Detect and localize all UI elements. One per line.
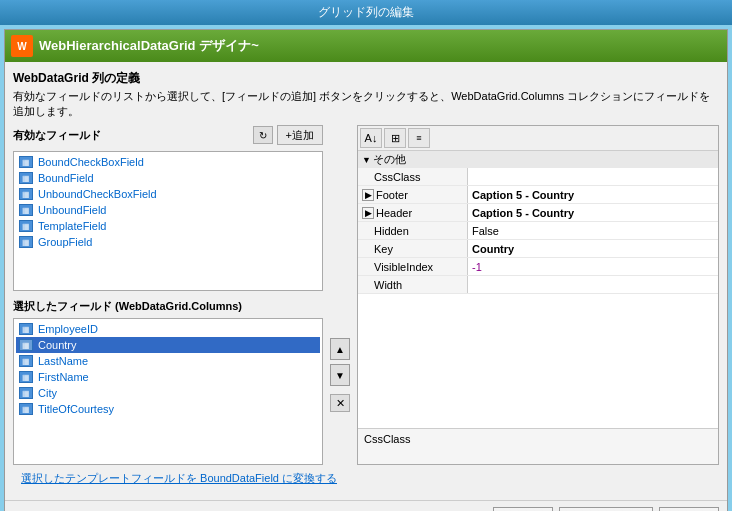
available-fields-header: 有効なフィールド ↻ +追加 — [13, 125, 323, 145]
categorize-button[interactable]: ⊞ — [384, 128, 406, 148]
field-icon: ▦ — [18, 219, 34, 233]
field-icon: ▦ — [18, 187, 34, 201]
field-item-name: GroupField — [38, 236, 92, 248]
prop-row: ▶Header Caption 5 - Country — [358, 204, 718, 222]
property-description: CssClass — [358, 428, 718, 464]
title-bar-label: グリッド列の編集 — [318, 5, 414, 19]
prop-row: ▶Footer Caption 5 - Country — [358, 186, 718, 204]
list-item[interactable]: ▦ UnboundField — [16, 202, 320, 218]
field-item-name: UnboundCheckBoxField — [38, 188, 157, 200]
delete-button[interactable]: ✕ — [330, 394, 350, 412]
available-fields-label: 有効なフィールド — [13, 128, 101, 143]
field-item-name: LastName — [38, 355, 88, 367]
list-item[interactable]: ▦ TemplateField — [16, 218, 320, 234]
title-bar: グリッド列の編集 — [0, 0, 732, 25]
prop-value-footer[interactable]: Caption 5 - Country — [468, 186, 718, 203]
alphabetical-button[interactable]: ≡ — [408, 128, 430, 148]
list-item[interactable]: ▦ BoundCheckBoxField — [16, 154, 320, 170]
field-icon: ▦ — [18, 235, 34, 249]
list-item[interactable]: ▦ Country — [16, 337, 320, 353]
content-area: WebDataGrid 列の定義 有効なフィールドのリストから選択して、[フィー… — [5, 62, 727, 500]
prop-name-key: Key — [358, 240, 468, 257]
move-up-button[interactable]: ▲ — [330, 338, 350, 360]
field-item-name: EmployeeID — [38, 323, 98, 335]
prop-value-key[interactable]: Country — [468, 240, 718, 257]
prop-row: Hidden False — [358, 222, 718, 240]
field-item-name: Country — [38, 339, 77, 351]
prop-value-hidden[interactable]: False — [468, 222, 718, 239]
move-down-button[interactable]: ▼ — [330, 364, 350, 386]
apply-button[interactable]: 適用 — [659, 507, 719, 511]
prop-name-visibleindex: VisibleIndex — [358, 258, 468, 275]
available-fields-controls: ↻ +追加 — [253, 125, 323, 145]
convert-link[interactable]: 選択したテンプレートフィールドを BoundDataField に変換する — [21, 472, 337, 484]
property-list: ▼ その他 CssClass ▶Footer Caption 5 - Count… — [358, 151, 718, 428]
prop-row: Key Country — [358, 240, 718, 258]
field-item-name: BoundCheckBoxField — [38, 156, 144, 168]
header-title: WebHierarchicalDataGrid デザイナ~ — [39, 37, 259, 55]
available-field-list[interactable]: ▦ BoundCheckBoxField ▦ BoundField ▦ Unbo… — [13, 151, 323, 291]
arrows-panel: ▲ ▼ ✕ — [329, 125, 351, 465]
list-item[interactable]: ▦ LastName — [16, 353, 320, 369]
selected-fields-label: 選択したフィールド (WebDataGrid.Columns) — [13, 299, 323, 314]
prop-value-width[interactable] — [468, 276, 718, 293]
field-icon: ▦ — [18, 354, 34, 368]
sort-az-button[interactable]: A↓ — [360, 128, 382, 148]
prop-name-header: ▶Header — [358, 204, 468, 221]
prop-value-cssclass[interactable] — [468, 168, 718, 185]
prop-row: CssClass — [358, 168, 718, 186]
field-icon: ▦ — [18, 338, 34, 352]
prop-value-header[interactable]: Caption 5 - Country — [468, 204, 718, 221]
property-toolbar: A↓ ⊞ ≡ — [358, 126, 718, 151]
list-item[interactable]: ▦ City — [16, 385, 320, 401]
cancel-button[interactable]: キャンセル — [559, 507, 653, 511]
field-icon: ▦ — [18, 155, 34, 169]
ok-button[interactable]: OK — [493, 507, 553, 511]
field-icon: ▦ — [18, 322, 34, 336]
header-bar: W WebHierarchicalDataGrid デザイナ~ — [5, 30, 727, 62]
prop-row: Width — [358, 276, 718, 294]
header-icon: W — [11, 35, 33, 57]
property-grid: A↓ ⊞ ≡ ▼ その他 CssClass — [357, 125, 719, 465]
list-item[interactable]: ▦ GroupField — [16, 234, 320, 250]
prop-name-footer: ▶Footer — [358, 186, 468, 203]
list-item[interactable]: ▦ TitleOfCourtesy — [16, 401, 320, 417]
prop-value-visibleindex[interactable]: -1 — [468, 258, 718, 275]
prop-row: VisibleIndex -1 — [358, 258, 718, 276]
left-panel: 有効なフィールド ↻ +追加 ▦ BoundCheckBoxField ▦ Bo… — [13, 125, 323, 465]
field-item-name: TemplateField — [38, 220, 106, 232]
panels: 有効なフィールド ↻ +追加 ▦ BoundCheckBoxField ▦ Bo… — [13, 125, 719, 465]
header-expand-icon[interactable]: ▶ — [362, 207, 374, 219]
field-item-name: UnboundField — [38, 204, 107, 216]
selected-field-list[interactable]: ▦ EmployeeID ▦ Country ▦ LastName ▦ Firs… — [13, 318, 323, 465]
add-field-button[interactable]: +追加 — [277, 125, 323, 145]
field-icon: ▦ — [18, 370, 34, 384]
section-title: WebDataGrid 列の定義 — [13, 70, 719, 87]
field-item-name: BoundField — [38, 172, 94, 184]
footer: OK キャンセル 適用 — [5, 500, 727, 511]
prop-name-cssclass: CssClass — [358, 168, 468, 185]
list-item[interactable]: ▦ UnboundCheckBoxField — [16, 186, 320, 202]
refresh-button[interactable]: ↻ — [253, 126, 273, 144]
list-item[interactable]: ▦ EmployeeID — [16, 321, 320, 337]
field-icon: ▦ — [18, 386, 34, 400]
main-window: W WebHierarchicalDataGrid デザイナ~ WebDataG… — [4, 29, 728, 511]
field-item-name: City — [38, 387, 57, 399]
prop-name-hidden: Hidden — [358, 222, 468, 239]
field-icon: ▦ — [18, 402, 34, 416]
footer-expand-icon[interactable]: ▶ — [362, 189, 374, 201]
list-item[interactable]: ▦ BoundField — [16, 170, 320, 186]
bottom-link: 選択したテンプレートフィールドを BoundDataField に変換する — [13, 465, 719, 492]
list-item[interactable]: ▦ FirstName — [16, 369, 320, 385]
field-icon: ▦ — [18, 203, 34, 217]
field-icon: ▦ — [18, 171, 34, 185]
field-item-name: TitleOfCourtesy — [38, 403, 114, 415]
section-desc: 有効なフィールドのリストから選択して、[フィールドの追加] ボタンをクリックする… — [13, 89, 719, 119]
prop-category: ▼ その他 — [358, 151, 718, 168]
field-item-name: FirstName — [38, 371, 89, 383]
prop-name-width: Width — [358, 276, 468, 293]
category-collapse-icon[interactable]: ▼ — [362, 155, 371, 165]
